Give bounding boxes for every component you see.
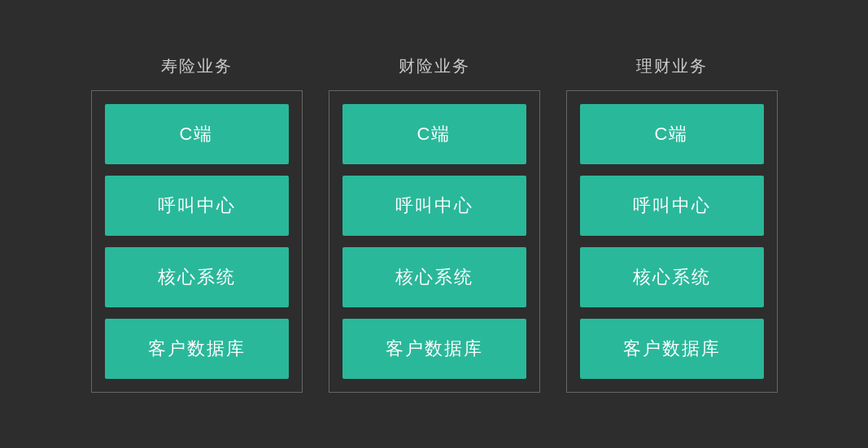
column-box-life-insurance: C端呼叫中心核心系统客户数据库 — [91, 90, 303, 393]
business-column-life-insurance: 寿险业务C端呼叫中心核心系统客户数据库 — [91, 55, 303, 393]
item-card-property-insurance-3: 客户数据库 — [342, 319, 526, 379]
column-box-wealth-management: C端呼叫中心核心系统客户数据库 — [566, 90, 778, 393]
column-header-wealth-management: 理财业务 — [636, 55, 708, 77]
business-column-wealth-management: 理财业务C端呼叫中心核心系统客户数据库 — [566, 55, 778, 393]
item-card-property-insurance-2: 核心系统 — [342, 247, 526, 307]
column-header-life-insurance: 寿险业务 — [161, 55, 233, 77]
item-card-life-insurance-1: 呼叫中心 — [105, 176, 289, 236]
item-card-property-insurance-1: 呼叫中心 — [342, 176, 526, 236]
item-card-property-insurance-0: C端 — [342, 104, 526, 164]
main-container: 寿险业务C端呼叫中心核心系统客户数据库财险业务C端呼叫中心核心系统客户数据库理财… — [75, 39, 794, 409]
business-column-property-insurance: 财险业务C端呼叫中心核心系统客户数据库 — [329, 55, 540, 393]
item-card-life-insurance-2: 核心系统 — [105, 247, 289, 307]
item-card-life-insurance-3: 客户数据库 — [105, 319, 289, 379]
item-card-wealth-management-3: 客户数据库 — [580, 319, 764, 379]
item-card-life-insurance-0: C端 — [105, 104, 289, 164]
column-box-property-insurance: C端呼叫中心核心系统客户数据库 — [329, 90, 540, 393]
column-header-property-insurance: 财险业务 — [399, 55, 470, 77]
item-card-wealth-management-0: C端 — [580, 104, 764, 164]
item-card-wealth-management-1: 呼叫中心 — [580, 176, 764, 236]
item-card-wealth-management-2: 核心系统 — [580, 247, 764, 307]
